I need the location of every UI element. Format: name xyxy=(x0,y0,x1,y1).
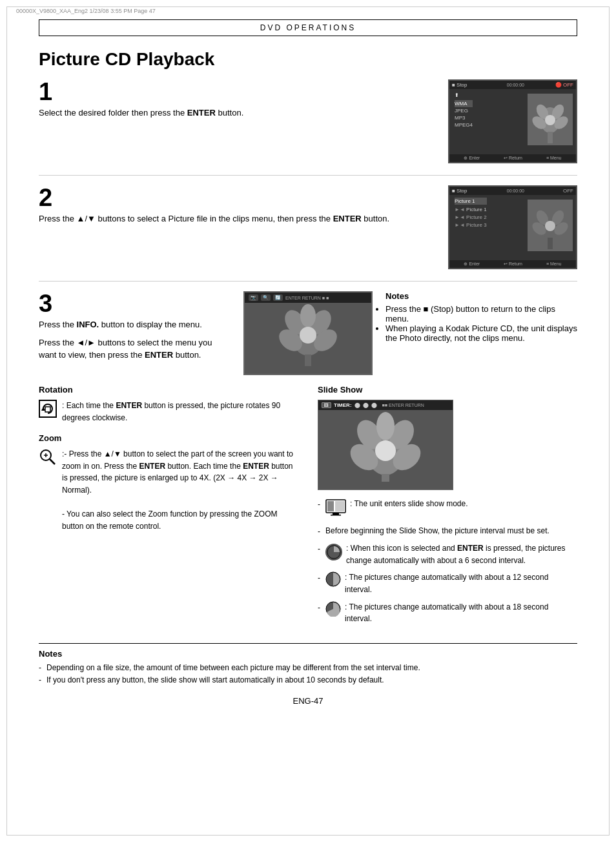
note-item-1: Press the ■ (Stop) button to return to t… xyxy=(385,304,577,323)
ss-bullets: - : The unit enters slide show mode. xyxy=(318,498,577,625)
page-number: ENG-47 xyxy=(0,696,616,706)
slideshow-screen: 🖼 TIMER: ⬤ ⬤ ⬤ ■■ ENTER RETURN xyxy=(318,400,453,490)
circle-18-icon xyxy=(325,601,341,621)
slideshow-title: Slide Show xyxy=(318,385,577,395)
ss-bullet-6sec: - : When this icon is selected and ENTER… xyxy=(318,542,577,566)
svg-rect-40 xyxy=(331,515,341,516)
ss-timer-label: TIMER: xyxy=(334,402,352,408)
step-2-number: 2 xyxy=(39,185,435,210)
svg-rect-35 xyxy=(382,474,389,482)
step-3-text2: Press the ◄/► buttons to select the menu… xyxy=(39,336,231,362)
ss-bullet-12sec: - : The pictures change automatically wi… xyxy=(318,571,577,595)
zoom-row: :- Press the ▲/▼ button to select the pa… xyxy=(39,448,298,532)
rotation-zoom-col: Rotation : Each time the ENTER button is… xyxy=(39,385,298,630)
slideshow-col: Slide Show 🖼 TIMER: ⬤ ⬤ ⬤ ■■ ENTER RETUR… xyxy=(318,385,577,630)
step-2-left: 2 Press the ▲/▼ buttons to select a Pict… xyxy=(39,185,448,225)
monitor-icon xyxy=(325,499,346,516)
svg-point-34 xyxy=(375,440,396,461)
step-1-image: ■ Stop 🔴 OFF 00:00:00 ⬆ WMA JPEG MP3 MPE… xyxy=(448,79,577,163)
ss-dot1: ⬤ xyxy=(354,402,360,408)
svg-rect-21 xyxy=(305,354,311,366)
ss-18sec-row: : The pictures change automatically with… xyxy=(325,601,577,625)
ss-monitor-text: : The unit enters slide show mode. xyxy=(350,498,468,510)
dvd-screen-1-body: ⬆ WMA JPEG MP3 MPEG4 xyxy=(449,89,576,147)
ss-dash-3: - xyxy=(318,543,320,555)
svg-point-12 xyxy=(545,221,555,231)
ss-dash-1: - xyxy=(318,498,320,511)
rotation-row: : Each time the ENTER button is pressed,… xyxy=(39,400,298,424)
step-3-left: 3 Press the INFO. button to display the … xyxy=(39,291,231,375)
dvd-screen-1-bottombar: ⊕ Enter ↩ Return ≡ Menu xyxy=(449,154,576,162)
step-1-row: 1 Select the desired folder then press t… xyxy=(39,79,577,163)
zoom-title: Zoom xyxy=(39,433,298,443)
circle-12-icon xyxy=(325,571,341,591)
dvd-screen-2: ■ Stop OFF 00:00:00 Picture 1 ►◄ Picture… xyxy=(448,185,577,269)
ss-6sec-row: : When this icon is selected and ENTER i… xyxy=(325,542,577,566)
pie-6-icon xyxy=(327,544,341,560)
svg-rect-38 xyxy=(335,501,344,511)
ss-dash-5: - xyxy=(318,602,320,614)
note-item-2: When playing a Kodak Picture CD, the uni… xyxy=(385,323,577,343)
ss-dash-2: - xyxy=(318,526,320,538)
svg-point-33 xyxy=(376,412,395,440)
ss-monitor-row: : The unit enters slide show mode. xyxy=(325,498,468,520)
ss-bullet-monitor: - : The unit enters slide show mode. xyxy=(318,498,577,520)
notes-title: Notes xyxy=(385,291,577,301)
dvd-screen-1-thumb xyxy=(528,94,573,145)
header-bar: DVD OPERATIONS xyxy=(39,19,577,36)
svg-point-5 xyxy=(545,115,555,125)
dvd-screen-1-menu: ⬆ WMA JPEG MP3 MPEG4 xyxy=(449,89,478,147)
svg-rect-23 xyxy=(45,407,50,412)
svg-rect-6 xyxy=(548,132,553,143)
dvd-screen-1: ■ Stop 🔴 OFF 00:00:00 ⬆ WMA JPEG MP3 MPE… xyxy=(448,79,577,163)
step-1-number: 1 xyxy=(39,79,435,104)
dvd-screen-2-bottombar: ⊕ Enter ↩ Return ≡ Menu xyxy=(449,260,576,268)
step-divider-1 xyxy=(39,175,577,176)
flower-icon-2 xyxy=(529,201,571,250)
header-title: DVD OPERATIONS xyxy=(260,23,356,32)
ss-dot2: ⬤ xyxy=(363,402,369,408)
bottom-notes-title: Notes xyxy=(39,649,577,659)
dvd-screen-2-thumb xyxy=(528,200,573,251)
main-content: 1 Select the desired folder then press t… xyxy=(39,79,577,630)
step-2-text: Press the ▲/▼ buttons to select a Pictur… xyxy=(39,212,435,225)
ss-dash-4: - xyxy=(318,572,320,584)
svg-marker-22 xyxy=(41,407,45,411)
bottom-note-1: Depending on a file size, the amount of … xyxy=(39,662,577,674)
rotation-text: : Each time the ENTER button is pressed,… xyxy=(62,400,298,424)
ss-18sec-text: : The pictures change automatically with… xyxy=(345,601,577,625)
rotation-icon xyxy=(39,400,57,418)
svg-line-25 xyxy=(50,459,55,464)
ss-flower xyxy=(318,410,453,484)
ss-dot3: ⬤ xyxy=(371,402,377,408)
step-1-text: Select the desired folder then press the… xyxy=(39,107,435,119)
rotation-title: Rotation xyxy=(39,385,298,395)
pie-12-icon xyxy=(325,571,341,587)
rotate-arrow-icon xyxy=(41,402,55,416)
svg-point-20 xyxy=(300,327,316,344)
step-divider-2 xyxy=(39,281,577,282)
step-notes-right: Notes Press the ■ (Stop) button to retur… xyxy=(385,291,577,375)
dvd-screen-1-topbar: ■ Stop 🔴 OFF 00:00:00 xyxy=(449,81,576,89)
circle-6-icon xyxy=(325,544,342,560)
zoom-text: :- Press the ▲/▼ button to select the pa… xyxy=(62,448,298,532)
dvd-screen-3-bar: 📷 🔍 🔄 ENTER RETURN ■ ■ xyxy=(245,293,371,303)
monitor-icon-container xyxy=(325,499,346,520)
svg-rect-39 xyxy=(333,513,339,515)
ss-6sec-text: : When this icon is selected and ENTER i… xyxy=(346,542,577,566)
flower-icon-ss xyxy=(334,412,437,483)
dvd-screen-2-menu: Picture 1 ►◄ Picture 1 ►◄ Picture 2 ►◄ P… xyxy=(449,195,492,253)
ss-bullet-18sec: - : The pictures change automatically wi… xyxy=(318,601,577,625)
notes-list: Press the ■ (Stop) button to return to t… xyxy=(385,304,577,343)
ss-controls: ■■ ENTER RETURN xyxy=(382,403,424,407)
flower-icon-1 xyxy=(529,96,571,144)
step-1-left: 1 Select the desired folder then press t… xyxy=(39,79,448,119)
step-3-image: 📷 🔍 🔄 ENTER RETURN ■ ■ xyxy=(243,291,373,375)
ss-bar: 🖼 TIMER: ⬤ ⬤ ⬤ ■■ ENTER RETURN xyxy=(318,400,453,410)
bottom-note-2: If you don't press any button, the slide… xyxy=(39,674,577,686)
ss-12sec-row: : The pictures change automatically with… xyxy=(325,571,577,595)
svg-point-19 xyxy=(300,304,316,327)
step-2-row: 2 Press the ▲/▼ buttons to select a Pict… xyxy=(39,185,577,269)
dvd-screen-3: 📷 🔍 🔄 ENTER RETURN ■ ■ xyxy=(243,291,373,375)
dvd-screen-2-topbar: ■ Stop OFF 00:00:00 xyxy=(449,187,576,195)
